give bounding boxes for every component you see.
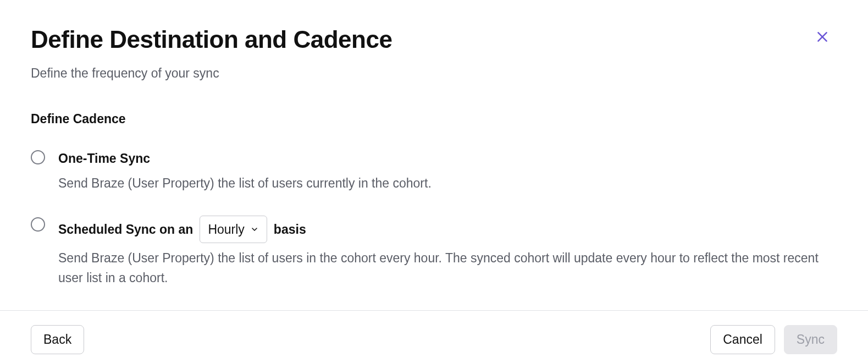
scheduled-prefix: Scheduled Sync on an [58,221,193,238]
modal-subtitle: Define the frequency of your sync [31,66,837,81]
frequency-select[interactable]: Hourly [200,216,267,243]
back-button[interactable]: Back [31,325,84,354]
modal-header: Define Destination and Cadence [31,26,837,53]
option-body-one-time: One-Time Sync Send Braze (User Property)… [58,148,837,194]
cadence-options: One-Time Sync Send Braze (User Property)… [31,148,837,288]
option-description-one-time: Send Braze (User Property) the list of u… [58,174,828,194]
frequency-value: Hourly [208,221,244,238]
radio-scheduled-sync[interactable] [31,217,45,232]
option-one-time-sync: One-Time Sync Send Braze (User Property)… [31,148,837,194]
define-destination-cadence-modal: Define Destination and Cadence Define th… [0,0,868,363]
footer-right-group: Cancel Sync [710,325,837,354]
sync-button[interactable]: Sync [784,325,837,354]
scheduled-suffix: basis [274,221,306,238]
close-button[interactable] [813,28,832,46]
option-label-scheduled: Scheduled Sync on an Hourly basis [58,216,837,243]
section-heading: Define Cadence [31,112,837,127]
close-icon [815,30,830,44]
option-body-scheduled: Scheduled Sync on an Hourly basis Send B… [58,216,837,288]
modal-title: Define Destination and Cadence [31,26,392,53]
modal-footer: Back Cancel Sync [0,310,868,364]
option-description-scheduled: Send Braze (User Property) the list of u… [58,249,828,288]
chevron-down-icon [250,225,259,234]
option-scheduled-sync: Scheduled Sync on an Hourly basis Send B… [31,216,837,288]
cancel-button[interactable]: Cancel [710,325,775,354]
radio-one-time-sync[interactable] [31,150,45,164]
option-label-one-time: One-Time Sync [58,148,837,168]
modal-content: Define Destination and Cadence Define th… [0,0,868,310]
